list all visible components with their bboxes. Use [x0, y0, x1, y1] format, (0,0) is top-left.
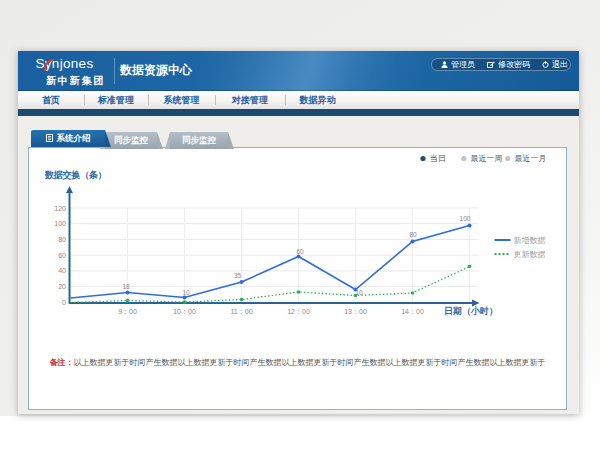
- svg-text:当日: 当日: [430, 154, 446, 163]
- svg-text:100: 100: [54, 220, 66, 227]
- svg-text:9：00: 9：00: [118, 308, 137, 315]
- svg-text:60: 60: [58, 252, 66, 259]
- svg-text:40: 40: [58, 267, 66, 274]
- svg-text:最近一周: 最近一周: [471, 154, 503, 163]
- svg-text:20: 20: [58, 283, 66, 290]
- svg-text:0: 0: [62, 299, 66, 306]
- svg-text:11：00: 11：00: [230, 308, 252, 315]
- svg-text:35: 35: [234, 272, 242, 279]
- svg-text:日期（小时）: 日期（小时）: [444, 306, 498, 316]
- svg-text:14：00: 14：00: [401, 308, 424, 315]
- svg-text:10: 10: [182, 289, 190, 296]
- svg-text:10：00: 10：00: [173, 308, 196, 315]
- svg-text:80: 80: [58, 236, 66, 243]
- svg-text:最近一月: 最近一月: [515, 154, 547, 163]
- svg-text:13：00: 13：00: [344, 308, 367, 315]
- svg-text:更新数据: 更新数据: [514, 250, 546, 259]
- svg-text:新增数据: 新增数据: [514, 236, 546, 245]
- svg-text:100: 100: [460, 215, 471, 222]
- svg-text:12：00: 12：00: [287, 308, 310, 315]
- svg-text:80: 80: [409, 231, 417, 238]
- svg-text:120: 120: [54, 205, 66, 212]
- svg-text:60: 60: [296, 248, 304, 255]
- svg-text:18: 18: [122, 283, 130, 290]
- svg-text:10: 10: [355, 289, 363, 296]
